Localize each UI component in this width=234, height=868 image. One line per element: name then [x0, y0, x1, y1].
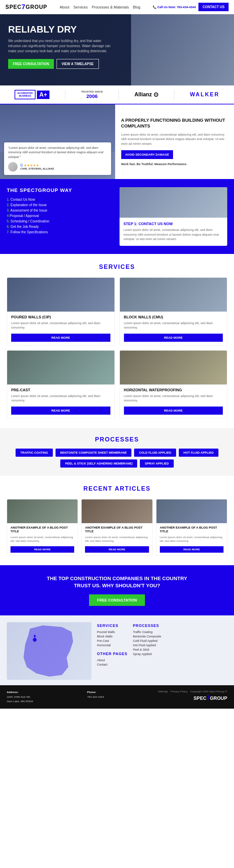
article-desc-2: Lorem ipsum dolor sit amet, consectetuar…	[85, 535, 149, 543]
view-timelapse-button[interactable]: VIEW A TIMELAPSE	[57, 59, 99, 69]
service-title-poured: POURED WALLS (CIP)	[11, 315, 110, 319]
processes-title: PROCESSES	[7, 436, 227, 443]
processes-tags: TRAFFIC COATING BENTONITE COMPOSITE SHEE…	[7, 449, 227, 468]
divider-2	[119, 90, 119, 100]
main-nav: About Services Processes & Materials Blo…	[60, 5, 140, 9]
service-desc-precast: Lorem ipsum dolor sit amet, consectetuar…	[11, 394, 110, 403]
properly-description: Lorem ipsum dolor sit amet, consectetuar…	[121, 133, 228, 146]
footer-proc-cold[interactable]: Cold Fluid Applied	[133, 639, 161, 643]
step-item: 3. Assessment of the Issue	[7, 209, 115, 212]
step-item: 2. Explanation of the Issue	[7, 203, 115, 207]
article-read-more-3[interactable]: READ MORE	[160, 546, 224, 553]
tagline: Work fast. Be Truthful. Measure Performa…	[121, 162, 228, 166]
step-item: 1. Contact Us Now	[7, 198, 115, 201]
process-tag-bentonite[interactable]: BENTONITE COMPOSITE SHEET MEMBRANE	[56, 449, 131, 457]
cta-heading: THE TOP CONSTRUCTION COMPANIES IN THE CO…	[43, 575, 192, 589]
process-tag-spray[interactable]: SPRAY APPLIED	[140, 459, 173, 468]
footer-link-poured[interactable]: Poured Walls	[97, 630, 127, 634]
hero-img-overlay	[131, 14, 234, 85]
step-item: 7. Follow the Specifications	[7, 230, 115, 234]
free-consultation-button[interactable]: FREE CONSULTATION	[8, 59, 54, 69]
testimonial-author-row: G ★★★★★ CARL STEVENS, ALLIANZ	[8, 162, 107, 172]
phone-value: 763-434-4344	[87, 695, 104, 699]
grade-badge: A+	[37, 91, 50, 99]
service-img-horizontal	[120, 351, 227, 384]
nav-services[interactable]: Services	[73, 5, 88, 9]
footer-proc-peel[interactable]: Peel & Stick	[133, 648, 161, 651]
footer-link-about[interactable]: About	[97, 658, 127, 662]
processes-section: PROCESSES TRAFFIC COATING BENTONITE COMP…	[0, 428, 234, 476]
read-more-horizontal-button[interactable]: READ MORE	[124, 407, 223, 415]
footer-proc-spray[interactable]: Spray Applied	[133, 652, 161, 656]
call-now-label: 📞 Call Us Now: 763-434-4344	[153, 5, 196, 9]
footer-services-col: SERVICES Poured Walls Block Walls Pre-Ca…	[97, 624, 127, 680]
footer-proc-traffic[interactable]: Traffic Coating	[133, 630, 161, 634]
avatar	[8, 162, 18, 172]
cta-free-consultation-button[interactable]: FREE CONSULTATION	[89, 594, 145, 606]
process-tag-peel-stick[interactable]: PEEL & STICK (SELF ADHERING MEMBRANE)	[60, 459, 137, 468]
service-card-block: BLOCK WALLS (CMU) Lorem ipsum dolor sit …	[120, 277, 228, 346]
services-title: SERVICES	[7, 263, 227, 271]
footer-phone: Phone: 763-434-4344	[87, 690, 104, 699]
process-tag-hot-fluid[interactable]: HOT FLUID APPLIED	[179, 449, 218, 457]
articles-section: RECENT ARTICLES ANOTHER EXAMPLE OF A BLO…	[0, 476, 234, 566]
avoid-damage-button[interactable]: AVOID SECONDARY DAMAGE	[121, 150, 173, 159]
accredited-label: ACCREDITEDBUSINESS	[17, 92, 33, 98]
trust-bar: ACCREDITEDBUSINESS A+ TRUSTED SINCE 2006…	[0, 85, 234, 104]
nav-processes[interactable]: Processes & Materials	[92, 5, 129, 9]
article-desc-1: Lorem ipsum dolor sit amet, consectetuar…	[10, 535, 74, 543]
hero-heading: RELIABLY DRY	[8, 24, 113, 35]
nav-about[interactable]: About	[60, 5, 69, 9]
spec7-heading: THE SPEC7GROUP WAY	[7, 187, 115, 193]
copyright: Copyright 2020 Spec7Group ©	[190, 690, 227, 693]
article-read-more-2[interactable]: READ MORE	[85, 546, 149, 553]
read-more-poured-button[interactable]: READ MORE	[11, 334, 110, 342]
footer-link-contact[interactable]: Contact	[97, 663, 127, 666]
footer-link-precast[interactable]: Pre-Cast	[97, 639, 127, 643]
read-more-precast-button[interactable]: READ MORE	[11, 407, 110, 415]
privacy-link[interactable]: Privacy Policy	[171, 690, 188, 693]
service-card-horizontal: HORIZONTAL WATERPROOFING Lorem ipsum dol…	[120, 350, 228, 418]
process-tag-traffic[interactable]: TRAFFIC COATING	[16, 449, 53, 457]
processes-footer-title: PROCESSES	[133, 624, 161, 628]
testimonial-stars: G ★★★★★	[20, 163, 54, 167]
nav-blog[interactable]: Blog	[133, 5, 140, 9]
article-card-2: ANOTHER EXAMPLE OF A BLOG POST TITLE Lor…	[81, 499, 152, 556]
map-svg	[7, 622, 91, 680]
contact-us-button[interactable]: CONTACT US	[198, 3, 229, 11]
divider-1	[65, 90, 65, 100]
testimonial-author-name: CARL STEVENS, ALLIANZ	[20, 167, 54, 170]
article-card-1: ANOTHER EXAMPLE OF A BLOG POST TITLE Lor…	[7, 499, 78, 556]
footer-link-block[interactable]: Block Walls	[97, 635, 127, 638]
article-read-more-1[interactable]: READ MORE	[10, 546, 74, 553]
logo-group: GROUP	[26, 4, 47, 10]
service-desc-poured: Lorem ipsum dolor sit amet, consectetuar…	[11, 321, 110, 330]
step-card-image	[120, 187, 228, 218]
footer-links-area: SERVICES Poured Walls Block Walls Pre-Ca…	[97, 622, 227, 680]
map-placeholder	[7, 622, 91, 680]
trusted-label: TRUSTED SINCE	[81, 90, 103, 93]
spec7-way-section: THE SPEC7GROUP WAY 1. Contact Us Now 2. …	[0, 179, 234, 254]
spec7-list: 1. Contact Us Now 2. Explanation of the …	[7, 198, 115, 234]
sitemap-link[interactable]: Sitemap	[158, 690, 168, 693]
service-desc-block: Lorem ipsum dolor sit amet, consectetuar…	[124, 321, 223, 330]
service-desc-horizontal: Lorem ipsum dolor sit amet, consectetuar…	[124, 394, 223, 403]
service-img-precast	[7, 351, 114, 384]
step-item: 6. Get the Job Ready	[7, 225, 115, 229]
mid-section: "Lorem ipsum dolor sit amet, consectetua…	[0, 104, 234, 179]
spec7-card-column: STEP 1: CONTACT US NOW Lorem ipsum dolor…	[120, 187, 228, 246]
testimonial-column: "Lorem ipsum dolor sit amet, consectetua…	[0, 104, 115, 179]
process-tag-cold-fluid[interactable]: COLD FLUID APPLIED	[134, 449, 176, 457]
footer-link-horizontal[interactable]: Horizontal	[97, 644, 127, 647]
services-grid: POURED WALLS (CIP) Lorem ipsum dolor sit…	[7, 277, 227, 418]
properly-heading: A PROPERLY FUNCTIONING BUILDING WITHOUT …	[121, 118, 228, 129]
divider-3	[174, 90, 174, 100]
stars: ★★★★★	[24, 163, 39, 167]
trusted-since: TRUSTED SINCE 2006	[81, 90, 103, 99]
footer-proc-bentonite[interactable]: Bentonite Composite	[133, 635, 161, 638]
article-title-3: ANOTHER EXAMPLE OF A BLOG POST TITLE	[160, 526, 224, 534]
footer-proc-hot[interactable]: Hot Fluid Applied	[133, 644, 161, 647]
footer-processes-col: PROCESSES Traffic Coating Bentonite Comp…	[133, 624, 161, 680]
read-more-block-button[interactable]: READ MORE	[124, 334, 223, 342]
footer-map-section: SERVICES Poured Walls Block Walls Pre-Ca…	[0, 615, 234, 685]
